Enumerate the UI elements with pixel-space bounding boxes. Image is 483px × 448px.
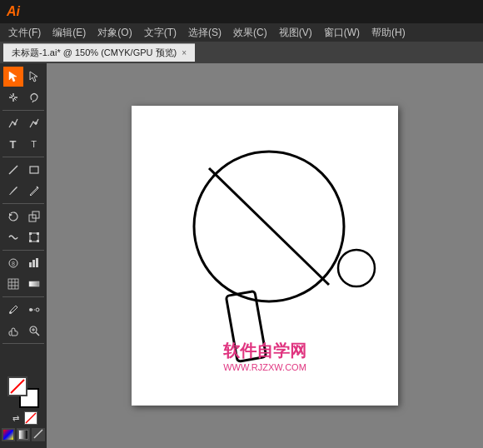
- svg-line-7: [14, 98, 17, 101]
- rect-tool[interactable]: [24, 160, 44, 180]
- rotate-tool[interactable]: [3, 207, 23, 226]
- svg-line-11: [9, 166, 17, 174]
- svg-rect-12: [30, 167, 38, 173]
- menu-help[interactable]: 帮助(H): [366, 24, 411, 42]
- svg-marker-0: [9, 72, 17, 82]
- svg-line-44: [209, 168, 329, 285]
- none-color-button[interactable]: [24, 411, 37, 425]
- mesh-tool[interactable]: [3, 274, 23, 294]
- main-layout: T T: [0, 63, 483, 448]
- tool-row-12: [3, 321, 44, 341]
- menu-type[interactable]: 文字(T): [139, 24, 182, 42]
- none-icon: [25, 412, 37, 424]
- tab-bar: 未标题-1.ai* @ 150% (CMYK/GPU 预览) ×: [0, 42, 483, 63]
- separator-2: [2, 157, 44, 157]
- gradient-mode-button[interactable]: [17, 428, 30, 441]
- lasso-tool[interactable]: [24, 87, 44, 107]
- menu-object[interactable]: 对象(O): [92, 24, 137, 42]
- tool-row-7: [3, 207, 44, 226]
- paintbrush-tool[interactable]: [3, 181, 23, 201]
- menu-select[interactable]: 选择(S): [183, 24, 227, 42]
- ai-logo: Ai: [7, 4, 20, 19]
- pattern-icon: [33, 429, 43, 439]
- title-bar: Ai: [0, 0, 483, 23]
- separator-4: [2, 250, 44, 251]
- gradient-tool[interactable]: [24, 274, 44, 294]
- line-tool[interactable]: [3, 160, 23, 180]
- separator-5: [2, 296, 44, 297]
- svg-rect-23: [29, 262, 32, 267]
- svg-point-34: [36, 308, 39, 311]
- tool-row-11: [3, 300, 44, 320]
- tab-label: 未标题-1.ai* @ 150% (CMYK/GPU 预览): [12, 47, 177, 59]
- color-controls: ⇄: [9, 411, 37, 425]
- color-boxes: [7, 376, 39, 408]
- menu-bar: 文件(F) 编辑(E) 对象(O) 文字(T) 选择(S) 效果(C) 视图(V…: [0, 23, 483, 42]
- menu-effect[interactable]: 效果(C): [228, 24, 272, 42]
- type-tool[interactable]: T: [3, 134, 23, 154]
- svg-marker-13: [9, 213, 12, 217]
- tool-row-9: 8: [3, 253, 44, 273]
- document-tab[interactable]: 未标题-1.ai* @ 150% (CMYK/GPU 预览) ×: [3, 43, 195, 62]
- graph-tool[interactable]: [24, 253, 44, 273]
- svg-line-40: [11, 380, 24, 393]
- swap-colors-button[interactable]: ⇄: [9, 411, 22, 425]
- tool-row-8: [3, 227, 44, 247]
- eyedropper-tool[interactable]: [3, 300, 23, 320]
- gradient-icon: [18, 430, 28, 440]
- no-color-slash: [9, 378, 26, 395]
- menu-file[interactable]: 文件(F): [3, 24, 46, 42]
- canvas-area[interactable]: 软件自学网 WWW.RJZXW.COM: [47, 63, 483, 448]
- direct-select-tool[interactable]: [24, 67, 44, 87]
- zoom-tool[interactable]: [24, 321, 44, 341]
- svg-point-32: [9, 311, 12, 314]
- free-transform-tool[interactable]: [24, 227, 44, 247]
- svg-line-6: [10, 95, 12, 97]
- svg-rect-24: [32, 260, 35, 267]
- symbol-tool[interactable]: 8: [3, 253, 23, 273]
- tool-row-5: [3, 160, 44, 180]
- svg-line-42: [34, 430, 42, 438]
- svg-line-37: [36, 332, 39, 336]
- tool-row-6: [3, 181, 44, 201]
- warp-tool[interactable]: [3, 227, 23, 247]
- pencil-tool[interactable]: [24, 181, 44, 201]
- color-section: ⇄: [0, 373, 47, 445]
- color-gradient-icon: [3, 430, 13, 440]
- svg-rect-26: [8, 279, 18, 289]
- menu-window[interactable]: 窗口(W): [319, 24, 365, 42]
- separator-1: [2, 110, 44, 111]
- svg-marker-1: [30, 72, 37, 82]
- tab-close-button[interactable]: ×: [182, 48, 187, 57]
- fill-color-box[interactable]: [7, 376, 27, 396]
- tool-row-10: [3, 274, 44, 294]
- separator-3: [2, 203, 44, 204]
- tool-row-4: T T: [3, 134, 44, 154]
- select-tool[interactable]: [3, 67, 23, 87]
- pattern-mode-button[interactable]: [32, 428, 45, 441]
- hand-tool[interactable]: [3, 321, 23, 341]
- svg-rect-25: [36, 258, 38, 267]
- magic-wand-tool[interactable]: [3, 87, 23, 107]
- svg-rect-18: [37, 232, 39, 235]
- svg-point-33: [29, 308, 32, 311]
- add-anchor-tool[interactable]: [24, 113, 44, 133]
- menu-edit[interactable]: 编辑(E): [47, 24, 91, 42]
- color-mode-button[interactable]: [2, 428, 15, 441]
- svg-text:8: 8: [12, 261, 15, 266]
- tool-row-2: [3, 87, 44, 107]
- pen-tool[interactable]: [3, 113, 23, 133]
- svg-point-8: [13, 123, 16, 126]
- toolbar: T T: [0, 63, 47, 448]
- scale-tool[interactable]: [24, 207, 44, 226]
- color-mode-buttons: [2, 428, 45, 441]
- vertical-type-tool[interactable]: T: [24, 134, 44, 154]
- menu-view[interactable]: 视图(V): [274, 24, 317, 42]
- tool-row-3: [3, 113, 44, 133]
- svg-rect-20: [37, 240, 39, 242]
- svg-point-46: [338, 250, 375, 286]
- svg-rect-19: [29, 240, 32, 242]
- tool-row-1: [3, 67, 44, 87]
- artwork-canvas: [132, 106, 398, 406]
- blend-tool[interactable]: [24, 300, 44, 320]
